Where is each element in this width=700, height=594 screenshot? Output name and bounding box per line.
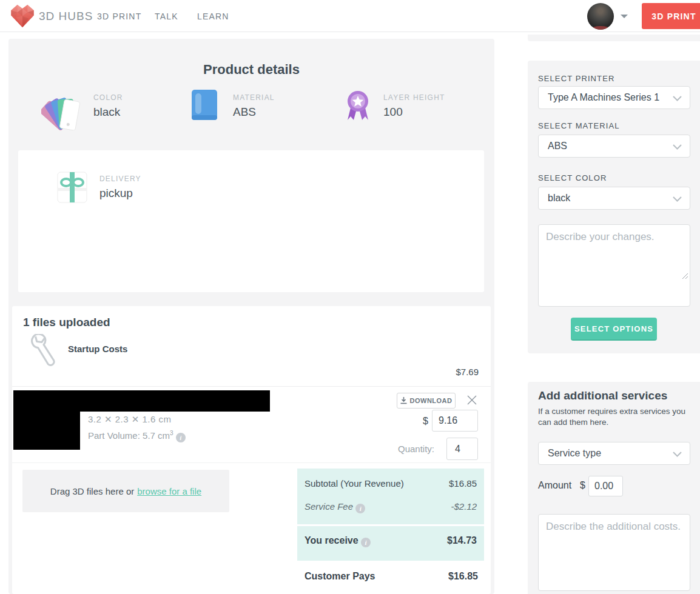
totals-box: Subtotal (Your Revenue) $16.85 Service F… [297,469,484,561]
3d-hubs-logo-icon[interactable] [8,2,36,30]
3d-print-button[interactable]: 3D PRINT [642,3,700,29]
part-volume-exponent: 3 [170,430,173,436]
layer-height-medal-icon [343,88,372,127]
printer-options-panel: SELECT PRINTER Type A Machines Series 1 … [528,61,700,353]
avatar[interactable] [587,3,614,30]
material-icon [190,88,218,121]
nav-link-learn[interactable]: LEARN [197,12,229,21]
info-icon[interactable]: i [176,433,186,442]
sidebar-panel-edge [528,35,700,41]
attribute-label: COLOR [93,93,123,102]
describe-changes-textarea[interactable] [538,224,690,307]
download-label: DOWNLOAD [410,397,453,404]
material-select-value: ABS [548,141,567,151]
customer-pays-row: Customer Pays $16.85 [305,571,478,582]
attribute-label: MATERIAL [233,93,275,102]
color-select-value: black [548,193,570,203]
select-color-label: SELECT COLOR [538,173,607,182]
info-icon[interactable]: i [355,504,365,513]
select-printer-label: SELECT PRINTER [538,74,614,83]
chevron-down-icon [673,144,682,150]
file-name-redacted [13,390,270,412]
nav-link-talk[interactable]: TALK [155,12,178,21]
browse-file-link[interactable]: browse for a file [137,486,201,496]
delivery-label: DELIVERY [99,175,141,183]
part-volume-label: Part Volume: [88,430,143,441]
select-material-label: SELECT MATERIAL [538,121,620,130]
additional-services-panel: Add additional services If a customer re… [528,382,700,594]
price-input[interactable] [432,410,478,432]
page-title: Product details [8,62,494,78]
part-volume-value: 5.7 cm [143,430,170,441]
file-part-volume: Part Volume: 5.7 cm3 i [88,430,186,442]
brand-name[interactable]: 3D HUBS [39,10,93,23]
files-card: 1 files uploaded Startup Costs $7.69 3.2… [12,306,491,594]
dropzone-text: Drag 3D files here or [50,486,134,496]
subtotal-value: $16.85 [449,478,477,489]
amount-input[interactable] [588,476,623,496]
startup-costs-amount: $7.69 [456,367,479,377]
divider [12,386,491,387]
info-icon[interactable]: i [361,538,371,547]
chevron-down-icon[interactable] [621,15,628,18]
select-options-button[interactable]: SELECT OPTIONS [571,318,657,341]
attribute-value: black [93,105,123,119]
attribute-value: ABS [233,105,275,119]
chevron-down-icon [673,96,682,101]
navbar: 3D HUBS 3D PRINT TALK LEARN 3D PRINT [0,0,700,32]
service-type-select[interactable]: Service type [538,442,690,465]
amount-label: Amount [538,480,571,491]
page: 3D HUBS 3D PRINT TALK LEARN 3D PRINT Pro… [0,0,700,594]
download-icon [400,397,407,404]
color-select[interactable]: black [538,187,690,210]
material-select[interactable]: ABS [538,135,690,158]
delivery-value: pickup [99,187,141,200]
printer-select[interactable]: Type A Machines Series 1 [538,86,690,109]
gift-delivery-icon [57,172,87,203]
quantity-input[interactable] [446,438,478,460]
you-receive-label: You receive i [305,535,371,547]
divider [12,462,491,463]
subtotal-label: Subtotal (Your Revenue) [305,478,404,489]
divider [297,524,484,526]
download-button[interactable]: DOWNLOAD [397,393,456,409]
attribute-label: LAYER HEIGHT [383,93,445,102]
chevron-down-icon [673,196,682,202]
product-details-panel: Product details C [8,39,494,594]
file-dropzone[interactable]: Drag 3D files here or browse for a file [22,470,229,512]
startup-costs-label: Startup Costs [68,344,127,354]
printer-select-value: Type A Machines Series 1 [548,92,659,102]
price-currency-label: $ [423,416,428,427]
file-thumbnail-redacted [13,412,80,450]
wrench-icon [29,334,57,369]
files-uploaded-heading: 1 files uploaded [23,316,110,329]
color-swatches-icon [41,88,84,136]
attribute-value: 100 [383,105,445,119]
describe-costs-textarea[interactable] [538,514,690,591]
services-description: If a customer requires extra services yo… [538,406,692,428]
amount-currency-label: $ [580,480,585,491]
delivery-card: DELIVERY pickup [18,150,484,292]
quantity-label: Quantity: [398,444,434,454]
file-dimensions: 3.2 ✕ 2.3 ✕ 1.6 cm [88,414,172,425]
chevron-down-icon [673,452,682,457]
customer-pays-value: $16.85 [448,571,478,582]
service-fee-value: -$2.12 [451,501,477,513]
close-icon[interactable] [466,394,478,406]
services-heading: Add additional services [538,389,667,402]
service-fee-label: Service Fee i [305,501,365,513]
you-receive-value: $14.73 [447,535,477,547]
customer-pays-label: Customer Pays [305,571,375,582]
nav-link-3d-print[interactable]: 3D PRINT [97,12,141,21]
service-type-value: Service type [548,448,601,458]
